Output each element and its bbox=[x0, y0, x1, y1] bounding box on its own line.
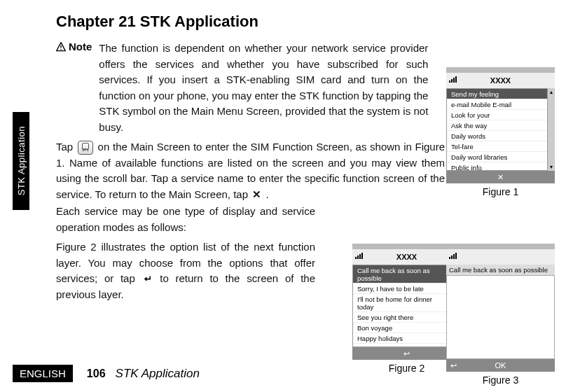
figure2-title: XXXX bbox=[396, 253, 417, 261]
scroll-up-icon[interactable]: ▲ bbox=[549, 90, 554, 94]
figure1-title: XXXX bbox=[490, 76, 511, 85]
svg-rect-12 bbox=[451, 255, 453, 259]
statusbar bbox=[446, 244, 555, 249]
side-tab-label: STK Application bbox=[16, 126, 27, 195]
figure3-caption: Figure 3 bbox=[446, 374, 555, 386]
statusbar bbox=[352, 244, 461, 249]
side-tab: STK Application bbox=[13, 112, 29, 210]
titlebar: XXXX bbox=[446, 73, 555, 88]
figure3-message: Call me back as soon as possible bbox=[446, 265, 555, 275]
language-badge: ENGLISH bbox=[13, 365, 73, 382]
note-text: The function is dependent on whether you… bbox=[99, 41, 428, 135]
svg-rect-11 bbox=[449, 257, 450, 259]
figure1-caption: Figure 1 bbox=[446, 186, 555, 197]
list-item[interactable]: Daily words bbox=[447, 131, 547, 141]
para1-end: . bbox=[265, 188, 268, 200]
page-number: 106 bbox=[87, 368, 106, 380]
paragraph-1: Tap STK on the Main Screen to enter the … bbox=[56, 139, 445, 202]
signal-icon bbox=[449, 252, 460, 259]
back-icon[interactable]: ↩ bbox=[450, 361, 457, 370]
list-item[interactable]: Tel-fare bbox=[447, 141, 547, 152]
warning-icon bbox=[56, 42, 66, 52]
signal-icon bbox=[355, 252, 366, 259]
footer-section: STK Application bbox=[116, 367, 200, 381]
svg-rect-6 bbox=[455, 76, 457, 83]
svg-rect-14 bbox=[455, 253, 457, 259]
list-item[interactable]: Sorry, I have to be late bbox=[353, 284, 453, 294]
stk-icon: STK bbox=[78, 141, 93, 155]
figure2-caption: Figure 2 bbox=[352, 363, 461, 374]
close-icon[interactable]: ✕ bbox=[497, 173, 504, 182]
figure-3: . Call me back as soon as possible ↩ OK … bbox=[446, 244, 555, 386]
bottombar: ✕ bbox=[446, 171, 555, 183]
svg-rect-5 bbox=[453, 78, 455, 83]
list-item[interactable]: Look for your bbox=[447, 110, 547, 120]
list-item[interactable]: Call me back as soon as possible bbox=[353, 265, 453, 284]
list-item[interactable]: Send my feeling bbox=[447, 89, 547, 99]
statusbar bbox=[446, 67, 555, 73]
svg-rect-10 bbox=[361, 253, 363, 259]
svg-rect-4 bbox=[451, 79, 453, 83]
back-icon[interactable]: ↩ bbox=[403, 349, 410, 358]
para1-pre: Tap bbox=[56, 141, 76, 153]
ok-button[interactable]: OK bbox=[495, 361, 506, 370]
svg-rect-3 bbox=[449, 80, 450, 83]
list-item[interactable]: Daily word libraries bbox=[447, 152, 547, 162]
note-label: Note bbox=[56, 41, 92, 52]
list-item[interactable]: Ask the way bbox=[447, 120, 547, 131]
bottombar: ↩ bbox=[352, 347, 461, 360]
titlebar: XXXX bbox=[352, 249, 461, 265]
figure-1: XXXX Send my feeling e-mail Mobile E-mai… bbox=[446, 67, 555, 197]
scrollbar[interactable]: ▲▼ bbox=[548, 88, 555, 171]
svg-rect-13 bbox=[453, 254, 455, 259]
footer: ENGLISH 106 STK Application bbox=[13, 365, 200, 382]
list-item[interactable]: See you right there bbox=[353, 312, 453, 323]
list-item[interactable]: Bon voyage bbox=[353, 323, 453, 333]
list-item[interactable]: I'll not be home for dinner today bbox=[353, 294, 453, 312]
signal-icon bbox=[449, 76, 460, 83]
figure-2: XXXX Call me back as soon as possible So… bbox=[352, 244, 461, 374]
figure2-list[interactable]: Call me back as soon as possible Sorry, … bbox=[352, 265, 454, 347]
bottombar: ↩ OK bbox=[446, 359, 555, 372]
paragraph-2: Each service may be one type of display … bbox=[56, 204, 315, 235]
figure1-list[interactable]: Send my feeling e-mail Mobile E-mail Loo… bbox=[446, 88, 548, 171]
paragraph-3: Figure 2 illustrates the option list of … bbox=[56, 239, 315, 302]
titlebar: . bbox=[446, 249, 555, 265]
note-label-text: Note bbox=[69, 41, 92, 52]
svg-rect-9 bbox=[359, 254, 361, 259]
list-item[interactable]: Happy holidays bbox=[353, 333, 453, 344]
list-item[interactable]: e-mail Mobile E-mail bbox=[447, 99, 547, 110]
svg-point-2 bbox=[60, 48, 62, 50]
svg-rect-8 bbox=[357, 255, 359, 259]
scroll-down-icon[interactable]: ▼ bbox=[549, 164, 554, 169]
list-item[interactable]: Public info bbox=[447, 162, 547, 171]
chapter-title: Chapter 21 STK Application bbox=[56, 13, 552, 31]
back-arrow-icon bbox=[142, 275, 153, 283]
figure3-body bbox=[446, 275, 555, 359]
svg-rect-7 bbox=[355, 257, 357, 259]
close-icon: ✕ bbox=[251, 187, 263, 203]
